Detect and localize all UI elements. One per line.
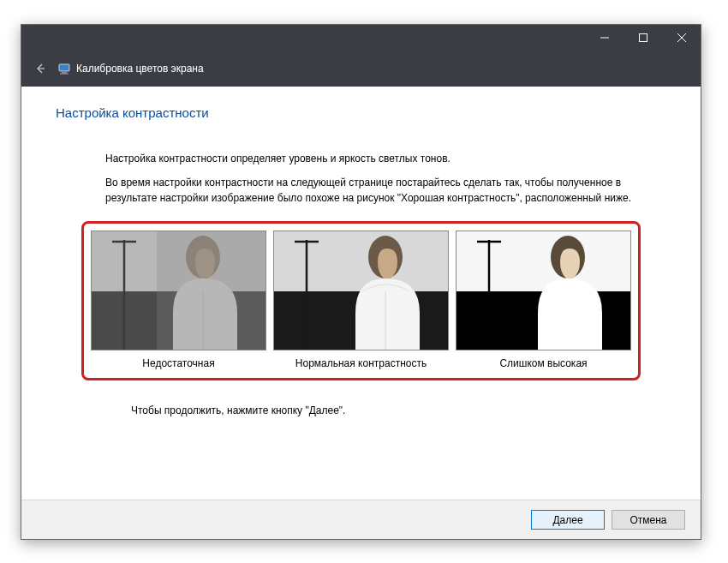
continue-hint: Чтобы продолжить, нажмите кнопку "Далее"… bbox=[131, 404, 666, 416]
calibration-window: Калибровка цветов экрана Настройка контр… bbox=[21, 24, 701, 540]
svg-rect-6 bbox=[62, 72, 67, 74]
svg-rect-21 bbox=[456, 231, 631, 291]
content-area: Настройка контрастности Настройка контра… bbox=[21, 87, 701, 500]
sample-low-image bbox=[91, 231, 266, 350]
footer: Далее Отмена bbox=[21, 500, 701, 539]
app-icon bbox=[57, 62, 71, 75]
back-button[interactable] bbox=[30, 58, 51, 79]
svg-rect-15 bbox=[274, 231, 449, 291]
cancel-button[interactable]: Отмена bbox=[612, 510, 685, 530]
close-button[interactable] bbox=[662, 25, 701, 51]
sample-high: Слишком высокая bbox=[456, 231, 631, 369]
svg-rect-1 bbox=[639, 34, 647, 42]
svg-rect-5 bbox=[59, 64, 69, 71]
description-line-2: Во время настройки контрастности на след… bbox=[105, 175, 632, 206]
header-bar: Калибровка цветов экрана bbox=[21, 51, 701, 87]
sample-high-caption: Слишком высокая bbox=[499, 357, 587, 369]
sample-high-image bbox=[456, 231, 631, 350]
sample-normal-image bbox=[273, 231, 449, 350]
sample-low: Недостаточная bbox=[91, 231, 266, 369]
titlebar bbox=[21, 25, 701, 51]
next-button[interactable]: Далее bbox=[531, 510, 605, 530]
sample-normal-caption: Нормальная контрастность bbox=[295, 357, 427, 369]
samples-row: Недостаточная bbox=[91, 231, 631, 369]
samples-highlight: Недостаточная bbox=[81, 221, 641, 380]
page-title: Настройка контрастности bbox=[56, 105, 666, 120]
svg-rect-7 bbox=[60, 74, 69, 75]
maximize-button[interactable] bbox=[624, 25, 662, 51]
sample-normal: Нормальная контрастность bbox=[273, 231, 449, 369]
svg-rect-14 bbox=[157, 231, 266, 350]
description-line-1: Настройка контрастности определяет урове… bbox=[105, 153, 666, 165]
sample-low-caption: Недостаточная bbox=[142, 357, 214, 369]
minimize-button[interactable] bbox=[585, 25, 624, 51]
app-title: Калибровка цветов экрана bbox=[76, 63, 204, 75]
